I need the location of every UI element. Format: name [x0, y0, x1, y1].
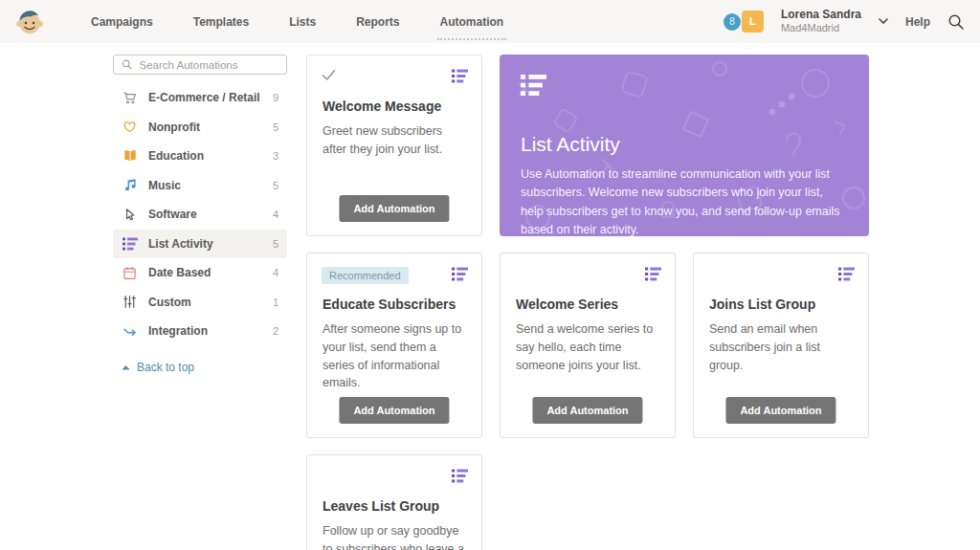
back-to-top-label: Back to top [137, 361, 194, 374]
search-icon [947, 13, 965, 31]
sidebar-item-label: List Activity [148, 237, 273, 251]
list-activity-icon [452, 267, 468, 285]
list-icon [122, 237, 138, 251]
category-count: 5 [273, 238, 278, 250]
user-menu[interactable]: Lorena Sandra Mad4Madrid [781, 8, 861, 35]
card-title: Educate Subscribers [323, 297, 466, 312]
calendar-icon [122, 266, 138, 280]
sidebar-item-music[interactable]: Music 5 [113, 171, 287, 201]
integration-arrow-icon [122, 325, 138, 338]
sidebar-item-nonprofit[interactable]: Nonprofit 5 [113, 113, 287, 143]
card-leaves-list-group[interactable]: Leaves List Group Follow up or say goodb… [306, 454, 482, 550]
music-note-icon [122, 178, 138, 192]
user-org: Mad4Madrid [781, 22, 861, 35]
category-count: 2 [273, 325, 278, 337]
card-title: Welcome Message [323, 99, 466, 114]
search-automations-input[interactable] [140, 59, 278, 71]
sidebar-item-list-activity[interactable]: List Activity 5 [113, 230, 287, 259]
header-right-cluster: 8 L Lorena Sandra Mad4Madrid Help [724, 0, 965, 43]
card-educate-subscribers[interactable]: Recommended Educate Subscribers After so… [306, 253, 482, 438]
sidebar-item-label: Integration [148, 324, 273, 338]
card-description: Greet new subscribers after they join yo… [323, 122, 466, 159]
list-activity-icon [452, 469, 468, 487]
top-nav-bar: Campaigns Templates Lists Reports Automa… [0, 0, 980, 43]
search-automations-box[interactable] [113, 55, 287, 75]
sidebar-item-label: Education [148, 149, 273, 163]
list-activity-icon [838, 267, 855, 285]
category-count: 4 [273, 267, 278, 278]
nav-automation[interactable]: Automation [420, 0, 524, 43]
nav-reports[interactable]: Reports [336, 0, 419, 43]
card-welcome-series[interactable]: Welcome Series Send a welcome series to … [500, 253, 676, 438]
sidebar-item-label: E-Commerce / Retail [148, 91, 273, 104]
primary-nav: Campaigns Templates Lists Reports Automa… [71, 0, 523, 43]
sidebar-item-date-based[interactable]: Date Based 4 [113, 258, 287, 288]
sidebar-item-custom[interactable]: Custom 1 [113, 288, 287, 318]
heart-icon [122, 120, 138, 134]
user-menu-toggle[interactable] [879, 18, 888, 25]
search-icon [122, 58, 133, 71]
category-list: E-Commerce / Retail 9 Nonprofit 5 Educat… [113, 83, 287, 346]
sidebar-item-ecommerce[interactable]: E-Commerce / Retail 9 [113, 83, 287, 113]
automation-cards-grid: Welcome Message Greet new subscribers af… [306, 55, 869, 550]
banner-description: Use Automation to streamline communicati… [521, 165, 848, 236]
account-badges[interactable]: 8 L [724, 11, 764, 33]
automation-categories-sidebar: E-Commerce / Retail 9 Nonprofit 5 Educat… [113, 55, 287, 374]
cursor-icon [122, 208, 138, 222]
list-activity-icon [645, 267, 661, 285]
chevron-down-icon [879, 18, 888, 25]
nav-lists[interactable]: Lists [269, 0, 336, 43]
recommended-badge: Recommended [322, 267, 409, 284]
category-count: 9 [273, 92, 278, 103]
sliders-icon [122, 295, 138, 309]
sidebar-item-label: Nonprofit [148, 121, 273, 134]
list-activity-banner[interactable]: List Activity Use Automation to streamli… [500, 55, 869, 236]
book-icon [122, 149, 138, 163]
category-count: 3 [273, 150, 278, 162]
add-automation-button[interactable]: Add Automation [339, 195, 449, 222]
list-activity-icon [452, 69, 468, 87]
category-count: 5 [273, 180, 278, 191]
help-link[interactable]: Help [905, 15, 930, 29]
notification-badge[interactable]: 8 [724, 13, 741, 31]
category-count: 4 [273, 209, 278, 220]
category-count: 5 [273, 121, 278, 133]
add-automation-button[interactable]: Add Automation [339, 397, 449, 424]
card-title: Joins List Group [709, 297, 853, 312]
sidebar-item-label: Software [148, 208, 273, 221]
card-description: Send a welcome series to say hello, each… [516, 320, 659, 374]
nav-campaigns[interactable]: Campaigns [71, 0, 173, 43]
cart-icon [122, 91, 138, 105]
add-automation-button[interactable]: Add Automation [725, 397, 835, 424]
sidebar-item-label: Music [148, 179, 273, 192]
sidebar-item-education[interactable]: Education 3 [113, 142, 287, 171]
back-to-top-link[interactable]: Back to top [113, 361, 287, 374]
sidebar-item-label: Date Based [148, 266, 273, 279]
card-title: Leaves List Group [323, 498, 466, 514]
add-automation-button[interactable]: Add Automation [532, 397, 642, 424]
caret-up-icon [122, 364, 130, 370]
list-icon-white [521, 74, 546, 97]
card-welcome-message[interactable]: Welcome Message Greet new subscribers af… [306, 55, 482, 236]
header-search-button[interactable] [947, 13, 965, 31]
banner-content: List Activity Use Automation to streamli… [521, 74, 848, 236]
sidebar-item-label: Custom [148, 296, 273, 309]
check-icon [322, 68, 336, 85]
card-description: After someone signs up to your list, sen… [323, 320, 466, 392]
avatar[interactable]: L [742, 11, 764, 33]
banner-title: List Activity [521, 133, 848, 156]
freddie-monkey-icon [15, 8, 44, 36]
card-joins-list-group[interactable]: Joins List Group Send an email when subs… [693, 253, 869, 438]
card-description: Send an email when subscribers join a li… [709, 320, 853, 374]
mailchimp-logo[interactable] [15, 0, 44, 43]
sidebar-item-integration[interactable]: Integration 2 [113, 317, 287, 346]
sidebar-item-software[interactable]: Software 4 [113, 200, 287, 230]
card-description: Follow up or say goodbye to subscribers … [323, 522, 466, 550]
user-name: Lorena Sandra [781, 8, 861, 22]
card-title: Welcome Series [516, 297, 659, 312]
category-count: 1 [273, 297, 278, 308]
nav-templates[interactable]: Templates [173, 0, 269, 43]
